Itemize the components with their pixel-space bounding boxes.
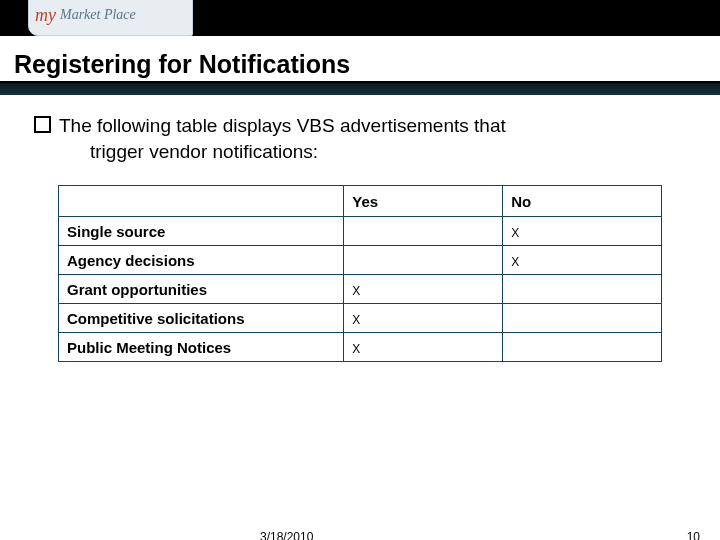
- table-row: Grant opportunities X: [59, 275, 662, 304]
- row-label: Single source: [59, 217, 344, 246]
- row-label: Competitive solicitations: [59, 304, 344, 333]
- table-row: Single source X: [59, 217, 662, 246]
- table-row: Agency decisions X: [59, 246, 662, 275]
- notifications-table: Yes No Single source X Agency decisions …: [58, 185, 662, 362]
- row-label: Agency decisions: [59, 246, 344, 275]
- title-accent-band: [0, 83, 720, 95]
- cell-no: X: [511, 226, 519, 240]
- table-row: Public Meeting Notices X: [59, 333, 662, 362]
- header-yes: Yes: [344, 186, 503, 217]
- footer-date: 3/18/2010: [260, 530, 313, 540]
- table-row: Competitive solicitations X: [59, 304, 662, 333]
- row-label: Public Meeting Notices: [59, 333, 344, 362]
- body-text: The following table displays VBS adverti…: [0, 95, 720, 165]
- table-header-row: Yes No: [59, 186, 662, 217]
- top-bar: my Market Place: [0, 0, 720, 36]
- header-no: No: [503, 186, 662, 217]
- cell-yes: X: [352, 284, 360, 298]
- row-label: Grant opportunities: [59, 275, 344, 304]
- slide-title: Registering for Notifications: [0, 50, 720, 83]
- header-label: [59, 186, 344, 217]
- logo-text-market-place: Market Place: [60, 7, 136, 23]
- body-line1: The following table displays VBS adverti…: [59, 115, 506, 136]
- brand-logo: my Market Place: [28, 0, 193, 36]
- body-line2: trigger vendor notifications:: [90, 141, 318, 162]
- cell-no: X: [511, 255, 519, 269]
- square-bullet-icon: [34, 116, 51, 133]
- slide-title-block: Registering for Notifications: [0, 50, 720, 95]
- cell-yes: X: [352, 313, 360, 327]
- logo-text-my: my: [35, 5, 56, 26]
- cell-yes: X: [352, 342, 360, 356]
- footer-page-number: 10: [687, 530, 700, 540]
